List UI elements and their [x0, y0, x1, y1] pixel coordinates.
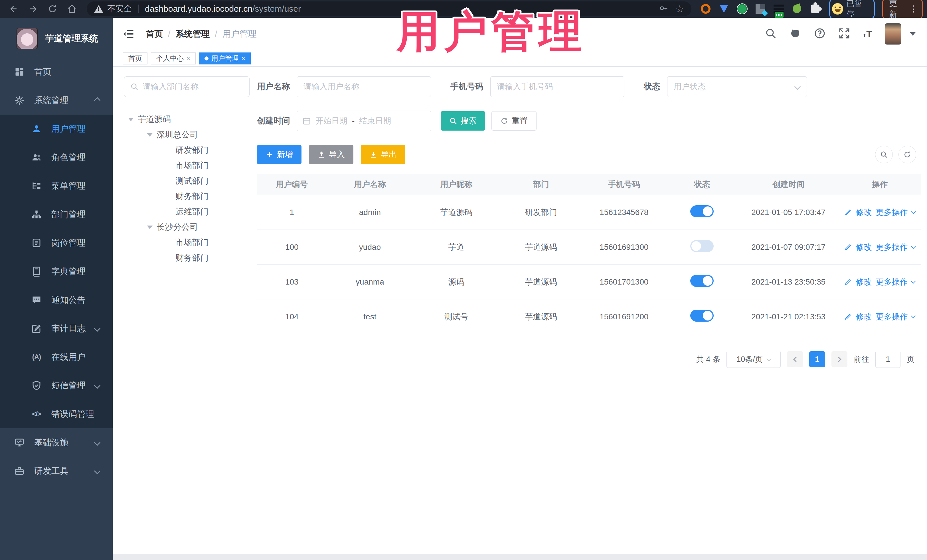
sidebar-item-notices[interactable]: 通知公告 — [0, 286, 112, 314]
reset-button[interactable]: 重置 — [491, 111, 536, 131]
sms-shield-icon — [31, 380, 42, 391]
extension-green-circle-icon[interactable] — [737, 3, 748, 15]
status-label: 状态 — [644, 81, 660, 93]
search-icon — [130, 82, 138, 91]
more-actions-link[interactable]: 更多操作 — [876, 242, 907, 253]
prev-page-button[interactable] — [787, 351, 803, 367]
extensions-puzzle-icon[interactable] — [810, 3, 821, 15]
tree-node[interactable]: 市场部门 — [124, 158, 249, 173]
dept-search-box[interactable] — [124, 76, 249, 97]
caret-icon[interactable] — [128, 118, 134, 121]
sidebar-item-infrastructure[interactable]: 基础设施 — [0, 428, 112, 457]
caret-icon[interactable] — [147, 226, 153, 229]
current-page[interactable]: 1 — [809, 351, 825, 367]
sidebar-collapse-icon[interactable] — [122, 28, 135, 40]
browser-menu-icon[interactable]: ⋮ — [909, 6, 918, 11]
close-icon[interactable]: × — [187, 55, 190, 62]
close-icon[interactable]: × — [242, 55, 245, 62]
sidebar-item-dicts[interactable]: 字典管理 — [0, 257, 112, 286]
font-size-icon[interactable]: тT — [863, 29, 872, 39]
refresh-table-button[interactable] — [898, 146, 916, 163]
extension-grid-icon[interactable] — [755, 3, 766, 15]
more-actions-link[interactable]: 更多操作 — [876, 311, 907, 322]
breadcrumb-home[interactable]: 首页 — [146, 28, 163, 40]
edit-link[interactable]: 修改 — [856, 311, 872, 322]
search-icon[interactable] — [765, 27, 777, 41]
export-button[interactable]: 导出 — [361, 145, 405, 164]
search-button[interactable]: 搜索 — [441, 111, 485, 131]
tag-profile[interactable]: 个人中心 × — [151, 52, 196, 64]
tree-node[interactable]: 运维部门 — [124, 204, 249, 220]
username-input[interactable] — [297, 76, 431, 97]
add-user-button[interactable]: 新增 — [257, 145, 301, 164]
sidebar-item-sms[interactable]: 短信管理 — [0, 371, 112, 400]
mobile-input[interactable] — [490, 76, 625, 97]
sidebar-item-dev-tools[interactable]: 研发工具 — [0, 457, 112, 485]
sidebar-item-users[interactable]: 用户管理 — [0, 115, 112, 143]
tag-home[interactable]: 首页 — [123, 52, 147, 64]
import-button[interactable]: 导入 — [309, 145, 353, 164]
github-icon[interactable] — [789, 27, 801, 41]
status-toggle[interactable] — [690, 310, 714, 322]
sidebar-item-system[interactable]: 系统管理 — [0, 86, 112, 115]
horizontal-scrollbar-track[interactable] — [112, 554, 927, 560]
tree-node[interactable]: 财务部门 — [124, 189, 249, 204]
key-icon[interactable] — [659, 4, 668, 14]
caret-icon[interactable] — [147, 133, 153, 137]
tree-node[interactable]: 研发部门 — [124, 143, 249, 158]
fullscreen-icon[interactable] — [838, 27, 850, 41]
page-size-select[interactable]: 10条/页 — [726, 351, 781, 368]
tree-node[interactable]: 深圳总公司 — [124, 127, 249, 143]
status-select[interactable]: 用户状态 — [667, 76, 807, 97]
plus-icon — [266, 150, 274, 159]
edit-link[interactable]: 修改 — [856, 242, 872, 253]
home-icon[interactable] — [65, 3, 78, 15]
logo-row[interactable]: 芋道管理系统 — [0, 18, 112, 58]
tree-node[interactable]: 长沙分公司 — [124, 220, 249, 235]
avatar-caret-icon[interactable] — [910, 32, 916, 36]
date-range-picker[interactable]: 开始日期 - 结束日期 — [297, 111, 431, 131]
extension-leaf-icon[interactable] — [791, 3, 802, 15]
edit-link[interactable]: 修改 — [856, 276, 872, 287]
gear-icon — [14, 95, 25, 106]
extension-orange-icon[interactable] — [700, 3, 711, 15]
more-actions-link[interactable]: 更多操作 — [876, 276, 907, 287]
sidebar-item-roles[interactable]: 角色管理 — [0, 143, 112, 171]
dict-icon — [31, 266, 42, 277]
sidebar-item-home[interactable]: 首页 — [0, 58, 112, 86]
forward-icon[interactable] — [27, 3, 40, 15]
extension-list-icon[interactable]: on — [773, 3, 784, 15]
extension-gem-icon[interactable] — [718, 3, 729, 15]
sidebar-item-menus[interactable]: 菜单管理 — [0, 171, 112, 200]
url-bar[interactable]: 不安全 dashboard.yudao.iocoder.cn /system/u… — [87, 2, 691, 16]
bookmark-star-icon[interactable]: ☆ — [675, 4, 684, 14]
tree-node[interactable]: 市场部门 — [124, 235, 249, 250]
status-toggle[interactable] — [690, 205, 714, 217]
sidebar-item-depts[interactable]: 部门管理 — [0, 200, 112, 229]
sidebar-item-error-codes[interactable]: </> 错误码管理 — [0, 400, 112, 428]
tree-node[interactable]: 芋道源码 — [124, 112, 249, 127]
chevron-down-icon — [94, 325, 101, 332]
breadcrumb-system[interactable]: 系统管理 — [175, 28, 210, 40]
user-list-panel: 用户名称 手机号码 状态 用户状态 — [249, 76, 921, 554]
edit-link[interactable]: 修改 — [856, 207, 872, 218]
help-icon[interactable] — [814, 27, 826, 41]
status-toggle[interactable] — [690, 240, 714, 252]
more-actions-link[interactable]: 更多操作 — [876, 207, 907, 218]
toggle-search-button[interactable] — [875, 146, 893, 163]
tag-user-management[interactable]: 用户管理 × — [199, 52, 251, 64]
back-icon[interactable] — [8, 3, 20, 15]
sidebar-item-posts[interactable]: 岗位管理 — [0, 229, 112, 257]
dept-search-input[interactable] — [143, 82, 243, 91]
tree-node[interactable]: 财务部门 — [124, 250, 249, 266]
not-secure-warning-icon — [94, 5, 103, 13]
reload-icon[interactable] — [46, 3, 59, 15]
user-avatar[interactable] — [885, 23, 901, 45]
sidebar-item-audit-log[interactable]: 审计日志 — [0, 314, 112, 343]
next-page-button[interactable] — [831, 351, 847, 367]
goto-page-input[interactable] — [875, 351, 900, 368]
chevron-up-icon — [94, 97, 101, 104]
tree-node[interactable]: 测试部门 — [124, 173, 249, 189]
status-toggle[interactable] — [690, 275, 714, 287]
sidebar-item-online-users[interactable]: (A) 在线用户 — [0, 343, 112, 371]
